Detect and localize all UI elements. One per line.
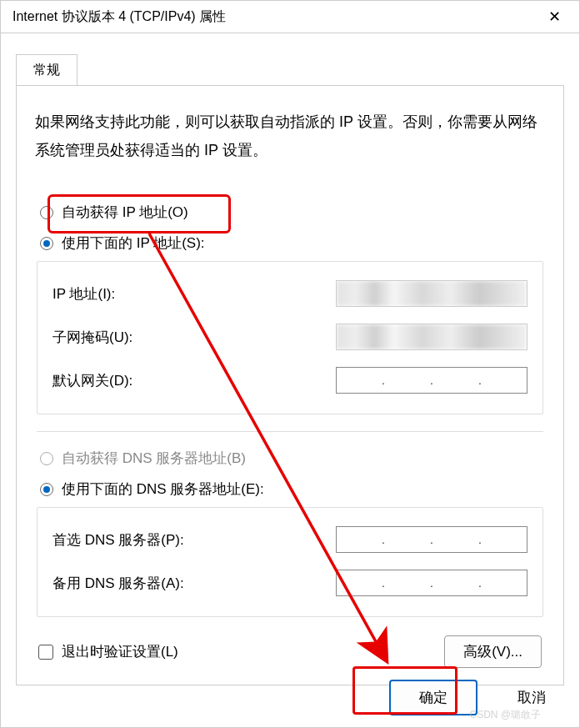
radio-auto-dns-label: 自动获得 DNS 服务器地址(B) bbox=[62, 449, 246, 468]
radio-auto-dns: 自动获得 DNS 服务器地址(B) bbox=[40, 445, 545, 471]
description-text: 如果网络支持此功能，则可以获取自动指派的 IP 设置。否则，你需要从网络系统管理… bbox=[35, 108, 545, 164]
radio-manual-ip[interactable]: 使用下面的 IP 地址(S): bbox=[40, 230, 545, 256]
dns-fields-group: 首选 DNS 服务器(P): ... 备用 DNS 服务器(A): ... bbox=[37, 507, 543, 617]
dialog-body: 常规 如果网络支持此功能，则可以获取自动指派的 IP 设置。否则，你需要从网络系… bbox=[1, 33, 579, 700]
radio-icon bbox=[40, 237, 53, 250]
primary-dns-input[interactable]: ... bbox=[336, 526, 528, 553]
secondary-dns-label: 备用 DNS 服务器(A): bbox=[52, 574, 184, 593]
ok-button[interactable]: 确定 bbox=[389, 680, 478, 715]
gateway-label: 默认网关(D): bbox=[52, 371, 132, 390]
radio-manual-dns[interactable]: 使用下面的 DNS 服务器地址(E): bbox=[40, 476, 545, 502]
secondary-dns-input[interactable]: ... bbox=[336, 570, 528, 596]
radio-manual-ip-label: 使用下面的 IP 地址(S): bbox=[62, 233, 205, 253]
subnet-mask-label: 子网掩码(U): bbox=[52, 328, 132, 347]
validate-checkbox-row[interactable]: 退出时验证设置(L) bbox=[38, 642, 178, 661]
radio-icon bbox=[40, 452, 53, 465]
window-title: Internet 协议版本 4 (TCP/IPv4) 属性 bbox=[12, 8, 226, 26]
ip-address-input[interactable] bbox=[336, 280, 528, 307]
gateway-input[interactable]: ... bbox=[336, 367, 528, 394]
advanced-button[interactable]: 高级(V)... bbox=[444, 635, 542, 668]
ip-address-label: IP 地址(I): bbox=[52, 284, 115, 304]
radio-auto-ip[interactable]: 自动获得 IP 地址(O) bbox=[40, 199, 545, 225]
validate-checkbox-label: 退出时验证设置(L) bbox=[62, 642, 178, 661]
subnet-mask-input[interactable] bbox=[336, 324, 528, 350]
tab-general[interactable]: 常规 bbox=[16, 54, 78, 86]
close-icon[interactable]: ✕ bbox=[542, 4, 568, 29]
ip-fields-group: IP 地址(I): 子网掩码(U): 默认网关(D): ... bbox=[37, 261, 543, 414]
primary-dns-label: 首选 DNS 服务器(P): bbox=[52, 530, 184, 550]
watermark-text: CSDN @璐敢子 bbox=[469, 708, 541, 722]
dialog-window: Internet 协议版本 4 (TCP/IPv4) 属性 ✕ 常规 如果网络支… bbox=[0, 0, 580, 728]
titlebar: Internet 协议版本 4 (TCP/IPv4) 属性 ✕ bbox=[1, 1, 579, 33]
tab-content: 如果网络支持此功能，则可以获取自动指派的 IP 设置。否则，你需要从网络系统管理… bbox=[16, 85, 564, 685]
checkbox-icon bbox=[38, 645, 53, 660]
radio-icon bbox=[40, 206, 53, 219]
divider bbox=[37, 431, 543, 432]
radio-manual-dns-label: 使用下面的 DNS 服务器地址(E): bbox=[62, 479, 264, 499]
radio-auto-ip-label: 自动获得 IP 地址(O) bbox=[62, 203, 188, 222]
radio-icon bbox=[40, 483, 53, 496]
